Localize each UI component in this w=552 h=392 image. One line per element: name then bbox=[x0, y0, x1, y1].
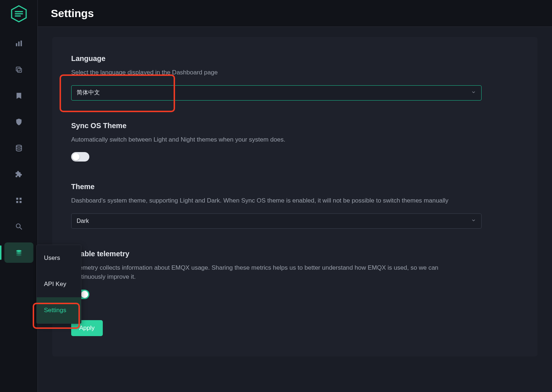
svg-rect-6 bbox=[20, 41, 22, 46]
telemetry-desc: Telemetry collects information about EMQ… bbox=[71, 263, 471, 282]
svg-rect-8 bbox=[16, 67, 20, 71]
theme-select[interactable]: Dark bbox=[71, 213, 482, 229]
svg-rect-5 bbox=[18, 42, 20, 46]
page-title: Settings bbox=[51, 7, 94, 20]
submenu-item-apikey[interactable]: API Key bbox=[37, 271, 81, 297]
nav-item-system[interactable] bbox=[4, 242, 33, 263]
submenu-item-users[interactable]: Users bbox=[37, 245, 81, 271]
nav-item-plugins[interactable] bbox=[4, 164, 33, 184]
search-tool-icon bbox=[15, 222, 23, 230]
nav-item-connections[interactable] bbox=[4, 60, 33, 80]
section-language: Language Select the language displayed i… bbox=[71, 54, 519, 101]
submenu-label: API Key bbox=[44, 281, 66, 288]
svg-point-10 bbox=[16, 224, 20, 228]
section-telemetry: Enable telemetry Telemetry collects info… bbox=[71, 250, 519, 299]
content: Language Select the language displayed i… bbox=[38, 27, 552, 392]
chevron-down-icon bbox=[471, 90, 476, 96]
bar-chart-icon bbox=[15, 40, 23, 48]
submenu-label: Settings bbox=[44, 307, 66, 314]
puzzle-piece-icon bbox=[15, 170, 23, 178]
submenu-item-settings[interactable]: Settings bbox=[37, 297, 81, 323]
language-title: Language bbox=[71, 54, 519, 63]
language-select-value: 简体中文 bbox=[77, 89, 100, 97]
nav-item-extensions[interactable] bbox=[4, 190, 33, 211]
language-select[interactable]: 简体中文 bbox=[71, 85, 482, 101]
svg-point-14 bbox=[16, 254, 21, 256]
sidebar bbox=[0, 0, 38, 392]
stack-icon bbox=[15, 249, 23, 257]
apply-button-label: Apply bbox=[79, 324, 95, 331]
system-submenu: Users API Key Settings bbox=[36, 245, 81, 324]
theme-title: Theme bbox=[71, 183, 519, 191]
main: Settings Language Select the language di… bbox=[38, 0, 552, 392]
submenu-label: Users bbox=[44, 254, 60, 262]
emqx-logo-icon bbox=[10, 5, 28, 23]
nav-item-data[interactable] bbox=[4, 138, 33, 158]
language-desc: Select the language displayed in the Das… bbox=[71, 68, 471, 77]
chevron-down-icon bbox=[471, 218, 476, 224]
settings-panel: Language Select the language displayed i… bbox=[52, 37, 537, 356]
nav-item-security[interactable] bbox=[4, 112, 33, 132]
svg-rect-7 bbox=[17, 68, 21, 72]
page-header: Settings bbox=[38, 0, 552, 27]
svg-point-13 bbox=[16, 252, 21, 254]
section-theme: Theme Dashboard's system theme, supporti… bbox=[71, 183, 519, 229]
section-sync-os-theme: Sync OS Theme Automatically switch betwe… bbox=[71, 122, 519, 162]
bookmark-icon bbox=[15, 92, 23, 100]
svg-rect-4 bbox=[16, 43, 17, 46]
copy-icon bbox=[15, 66, 23, 74]
telemetry-title: Enable telemetry bbox=[71, 250, 519, 258]
svg-line-11 bbox=[20, 228, 22, 230]
sync-os-desc: Automatically switch between Light and N… bbox=[71, 135, 471, 144]
nav-item-dashboard[interactable] bbox=[4, 33, 33, 54]
theme-desc: Dashboard's system theme, supporting Lig… bbox=[71, 196, 471, 205]
app-logo[interactable] bbox=[9, 4, 29, 24]
theme-select-value: Dark bbox=[77, 218, 89, 224]
svg-point-12 bbox=[16, 250, 21, 252]
nav-item-diagnose[interactable] bbox=[4, 216, 33, 237]
svg-point-9 bbox=[16, 145, 21, 147]
shield-icon bbox=[15, 118, 23, 126]
nav-item-subscriptions[interactable] bbox=[4, 86, 33, 106]
sync-os-title: Sync OS Theme bbox=[71, 122, 519, 130]
database-icon bbox=[15, 144, 23, 152]
sync-os-toggle[interactable] bbox=[71, 152, 89, 162]
puzzle-icon bbox=[15, 196, 23, 204]
